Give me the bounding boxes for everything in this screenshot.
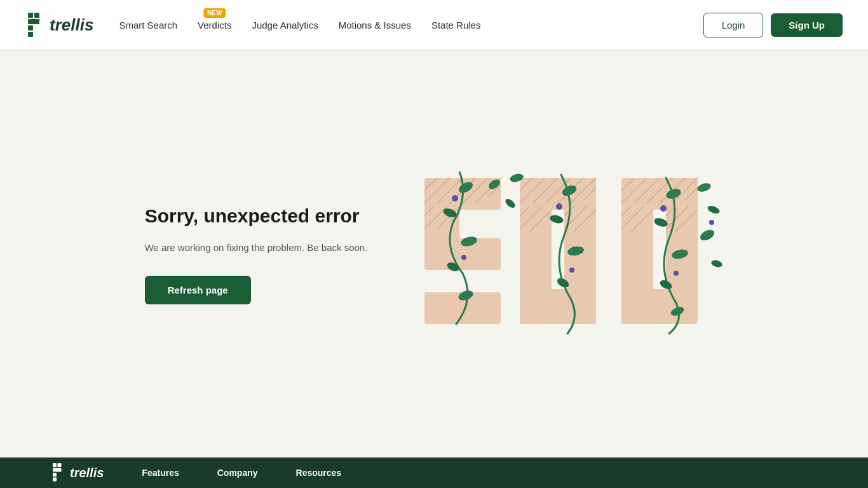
svg-point-67 [556, 203, 562, 210]
svg-rect-4 [28, 32, 33, 37]
svg-rect-2 [28, 19, 39, 24]
footer-logo-text: trellis [70, 466, 104, 480]
footer-logo: trellis [51, 463, 104, 482]
footer-logo-icon [51, 463, 66, 482]
refresh-button[interactable]: Refresh page [145, 276, 251, 304]
svg-point-82 [710, 259, 723, 268]
svg-point-77 [504, 197, 517, 209]
footer-features: Features [142, 468, 179, 478]
footer-company: Company [217, 468, 258, 478]
svg-rect-41 [666, 207, 698, 292]
login-button[interactable]: Login [703, 13, 764, 37]
nav-motions-issues[interactable]: Motions & Issues [339, 20, 411, 30]
svg-rect-86 [53, 468, 62, 472]
svg-point-79 [696, 182, 712, 193]
footer: trellis Features Company Resources [0, 458, 868, 488]
svg-rect-40 [621, 207, 653, 292]
svg-rect-39 [621, 178, 698, 210]
svg-point-74 [660, 205, 667, 212]
svg-rect-85 [58, 463, 62, 467]
svg-point-68 [569, 268, 574, 273]
new-badge: NEW [203, 8, 226, 18]
nav-smart-search[interactable]: Smart Search [119, 20, 177, 30]
logo-icon [25, 13, 46, 38]
nav-state-rules[interactable]: State Rules [431, 20, 481, 30]
header: trellis Smart Search NEW Verdicts Judge … [0, 0, 868, 51]
svg-rect-3 [28, 25, 33, 30]
main-nav: Smart Search NEW Verdicts Judge Analytic… [119, 20, 480, 30]
footer-company-title: Company [217, 468, 258, 478]
footer-features-title: Features [142, 468, 179, 478]
signup-button[interactable]: Sign Up [771, 13, 843, 37]
header-right: Login Sign Up [703, 13, 843, 37]
svg-point-81 [698, 227, 716, 243]
nav-verdicts[interactable]: NEW Verdicts [198, 20, 231, 30]
svg-point-75 [674, 271, 679, 276]
error-illustration [418, 172, 723, 337]
header-left: trellis Smart Search NEW Verdicts Judge … [25, 13, 480, 38]
svg-rect-84 [53, 463, 57, 467]
svg-point-83 [709, 220, 714, 225]
500-svg [418, 172, 723, 337]
nav-judge-analytics[interactable]: Judge Analytics [252, 20, 318, 30]
footer-resources-title: Resources [296, 468, 342, 478]
svg-rect-25 [520, 289, 596, 324]
digit-0-first [520, 178, 596, 324]
logo[interactable]: trellis [25, 13, 93, 38]
svg-rect-0 [28, 13, 33, 18]
main-content: Sorry, unexpected error We are working o… [0, 51, 868, 458]
svg-rect-88 [53, 478, 57, 482]
svg-rect-42 [621, 289, 698, 324]
logo-text: trellis [50, 15, 93, 35]
footer-resources: Resources [296, 468, 342, 478]
svg-rect-87 [53, 473, 57, 477]
svg-point-61 [452, 195, 458, 201]
error-content: Sorry, unexpected error We are working o… [145, 205, 368, 304]
error-description: We are working on fixing the problem. Be… [145, 240, 368, 255]
svg-rect-23 [520, 207, 552, 292]
svg-rect-1 [34, 13, 39, 18]
error-title: Sorry, unexpected error [145, 205, 368, 227]
svg-point-80 [707, 205, 721, 215]
svg-point-62 [461, 255, 466, 260]
